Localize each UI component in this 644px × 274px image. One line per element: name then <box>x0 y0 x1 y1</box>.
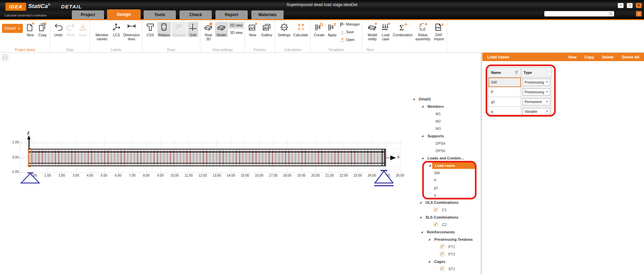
dxf-import-button[interactable]: DXF DXF Import <box>432 22 446 41</box>
tab-report[interactable]: Report <box>215 10 248 19</box>
tree-expander-icon[interactable] <box>419 201 422 203</box>
panel-action-delete-all[interactable]: Delete All <box>622 55 639 59</box>
tree-expander-icon[interactable] <box>422 105 424 107</box>
tree-item-p[interactable]: P <box>434 177 436 183</box>
column-header-type[interactable]: Type <box>521 67 552 77</box>
tree-item-dps4[interactable]: DPS4 <box>436 140 445 146</box>
template-manager-button[interactable]: Manager <box>340 22 360 27</box>
ribbon-group-view-settings: Real 3D Model 2D view 3D view View setti… <box>200 20 245 52</box>
tree-checkbox-checked[interactable]: ✔ <box>434 222 438 227</box>
load-case-name-cell[interactable]: q <box>489 107 521 117</box>
model-view-button[interactable]: Model <box>215 22 228 37</box>
new-load-case-button[interactable]: Load case <box>379 22 392 41</box>
new-rebar-assembly-button[interactable]: Rebar assembly <box>413 22 432 41</box>
lcs-button[interactable]: LCS <box>111 22 121 37</box>
tree-expander-icon[interactable] <box>429 165 431 167</box>
tree-item-detail1[interactable]: Detail1 <box>419 96 431 102</box>
tree-expander-icon[interactable] <box>422 135 424 137</box>
filter-funnel-icon[interactable] <box>515 71 518 74</box>
tree-checkbox-checked[interactable]: ✔ <box>440 267 444 271</box>
new-model-entity-button[interactable]: Model entity <box>366 22 379 41</box>
maximize-button[interactable]: □ <box>627 3 633 8</box>
tab-tools[interactable]: Tools <box>144 10 176 19</box>
panel-action-delete[interactable]: Delete <box>602 55 614 59</box>
panel-action-new[interactable]: New <box>568 55 577 59</box>
tree-checkbox-checked[interactable]: ✔ <box>440 252 444 256</box>
css-button[interactable]: CSS <box>144 22 156 37</box>
real-3d-button[interactable]: Real 3D <box>202 22 214 41</box>
column-header-name[interactable]: Name <box>489 67 521 77</box>
load-case-name-cell[interactable]: P <box>489 87 521 97</box>
member-names-button[interactable]: A Member names <box>93 22 111 41</box>
tree-item-reinforcements[interactable]: Reinforcements <box>427 229 455 235</box>
tree-item-dps5[interactable]: DPS5 <box>436 148 445 154</box>
grid-button[interactable]: Grid <box>188 22 198 37</box>
template-save-button[interactable]: Save <box>340 30 354 35</box>
undo-button[interactable]: Undo <box>52 22 64 37</box>
dimension-lines-button[interactable]: Dimension lines <box>122 22 141 41</box>
tree-item-c2[interactable]: C2 <box>442 222 447 228</box>
tree-item-load-cases[interactable]: Load cases <box>435 163 455 169</box>
copy-project-item-button[interactable]: Copy <box>36 22 49 37</box>
settings-button[interactable]: </> Settings <box>277 22 292 37</box>
detail-selector[interactable]: Detail1▼ <box>2 24 23 33</box>
load-case-type-dropdown[interactable]: Permanent▼ <box>523 98 550 105</box>
calculate-button[interactable]: Calculate <box>293 22 309 37</box>
template-create-button[interactable]: Create <box>312 22 326 37</box>
info-button[interactable]: i <box>636 11 642 16</box>
minimize-button[interactable]: – <box>618 3 624 8</box>
tree-item-m2[interactable]: M2 <box>436 118 441 124</box>
panel-divider[interactable] <box>481 53 482 274</box>
view-2d-button[interactable]: 2D view <box>229 22 244 29</box>
tree-checkbox-checked[interactable]: ✔ <box>440 244 444 249</box>
diagram-button[interactable]: Diagram <box>171 22 187 37</box>
tree-item-q[interactable]: q <box>434 192 436 198</box>
close-button[interactable]: ✕ <box>636 3 642 8</box>
load-case-type-dropdown[interactable]: Variable▼ <box>523 108 550 116</box>
tab-materials[interactable]: Materials <box>251 10 284 19</box>
tree-expander-icon[interactable] <box>428 238 430 240</box>
tree-item-m1[interactable]: M1 <box>436 111 441 117</box>
tab-check[interactable]: Check <box>180 10 212 19</box>
tree-expander-icon[interactable] <box>422 157 424 159</box>
fit-view-button[interactable] <box>2 54 8 60</box>
tree-item-g1[interactable]: g1 <box>434 185 438 191</box>
tree-item-pt1[interactable]: PT1 <box>448 244 455 250</box>
tree-checkbox-checked[interactable]: ✔ <box>434 208 438 212</box>
model-canvas[interactable]: 1.000.00-1.000.001.002.003.004.005.006.0… <box>0 53 481 274</box>
load-case-type-dropdown[interactable]: Prestressing▼ <box>523 88 550 96</box>
redo-button[interactable]: Redo <box>65 22 77 37</box>
tree-item-st1[interactable]: ST1 <box>448 266 455 272</box>
panel-action-copy[interactable]: Copy <box>585 55 594 59</box>
view-3d-button[interactable]: 3D view <box>229 30 244 36</box>
new-picture-button[interactable]: New <box>246 22 259 37</box>
tree-item-sls-combinations[interactable]: SLS Combinations <box>426 214 458 220</box>
load-case-type-dropdown[interactable]: Prestressing▼ <box>523 79 550 86</box>
template-apply-button[interactable]: Apply <box>326 22 339 37</box>
tree-item-loads-and-combin-[interactable]: Loads and Combin... <box>428 155 464 161</box>
tree-item-pt2[interactable]: PT2 <box>448 251 455 257</box>
new-combination-button[interactable]: Σ Combination <box>393 22 413 37</box>
new-project-item-button[interactable]: New <box>24 22 36 37</box>
search-input[interactable] <box>544 11 614 16</box>
tree-expander-icon[interactable] <box>413 98 415 100</box>
tree-item-m3[interactable]: M3 <box>436 126 441 132</box>
tree-expander-icon[interactable] <box>428 261 430 263</box>
tree-item-members[interactable]: Members <box>428 103 444 109</box>
template-open-button[interactable]: Open <box>340 38 355 43</box>
save-button[interactable]: Save <box>77 22 89 37</box>
tree-item-sw[interactable]: SW <box>434 170 440 176</box>
tab-project[interactable]: Project <box>72 10 104 19</box>
tree-expander-icon[interactable] <box>421 231 423 233</box>
load-case-name-cell[interactable]: g1 <box>489 97 521 106</box>
tree-expander-icon[interactable] <box>419 216 422 218</box>
tree-item-supports[interactable]: Supports <box>428 133 444 139</box>
gallery-button[interactable]: Gallery <box>260 22 274 37</box>
load-case-name-cell[interactable]: SW <box>489 78 521 87</box>
rebars-button[interactable]: Rebars <box>157 22 171 37</box>
tree-item-c1[interactable]: C1 <box>442 207 447 213</box>
tab-design[interactable]: Design <box>107 9 141 19</box>
tree-item-prestressing-tendons[interactable]: Prestressing Tendons <box>434 236 473 242</box>
tree-item-uls-combinations[interactable]: ULS Combinations <box>426 199 458 205</box>
tree-item-cages[interactable]: Cages <box>434 259 445 265</box>
